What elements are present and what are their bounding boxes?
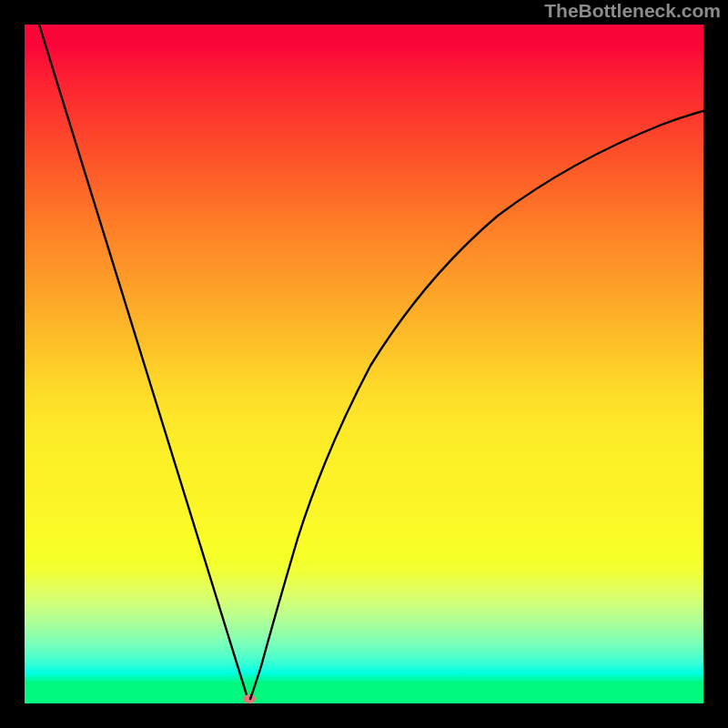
chart-plot-area xyxy=(25,25,703,703)
watermark-text: TheBottleneck.com xyxy=(544,0,721,22)
chart-frame: TheBottleneck.com xyxy=(0,0,728,728)
curve-left-branch xyxy=(39,25,248,698)
chart-curve xyxy=(25,25,703,703)
curve-right-branch xyxy=(250,111,703,699)
